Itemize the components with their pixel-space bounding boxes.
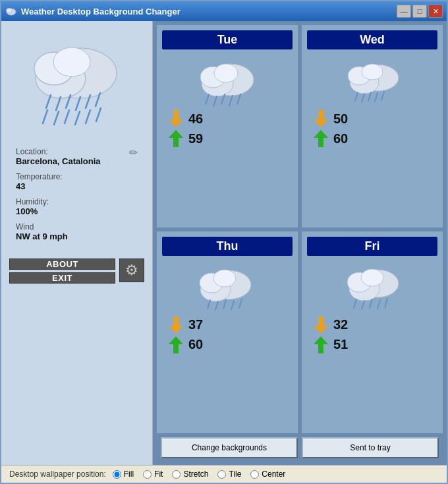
- settings-icon: ⚙: [125, 262, 138, 279]
- svg-line-9: [76, 97, 80, 110]
- humidity-value: 100%: [16, 206, 38, 216]
- high-value-wed: 60: [333, 131, 348, 146]
- svg-line-16: [86, 110, 90, 123]
- svg-marker-68: [314, 336, 328, 344]
- bottom-bar: Desktop wallpaper position: Fill Fit Str…: [1, 465, 447, 483]
- radio-fill-input[interactable]: [113, 470, 121, 479]
- svg-line-64: [378, 300, 380, 309]
- high-temp-row-fri: 51: [314, 336, 431, 353]
- app-icon: [5, 5, 17, 17]
- svg-line-52: [239, 299, 242, 308]
- svg-line-65: [385, 299, 387, 307]
- svg-line-6: [46, 95, 51, 108]
- forecast-grid: Tue: [157, 25, 443, 433]
- high-temp-row-tue: 59: [169, 130, 286, 147]
- svg-line-63: [370, 299, 372, 308]
- low-temp-row-tue: 46: [169, 110, 286, 127]
- radio-fit-input[interactable]: [143, 470, 152, 479]
- button-row: ABOUT EXIT ⚙: [9, 258, 144, 284]
- svg-line-35: [355, 92, 358, 101]
- radio-center[interactable]: Center: [250, 469, 285, 479]
- svg-rect-53: [173, 317, 179, 326]
- high-value-thu: 60: [188, 337, 203, 352]
- svg-line-26: [237, 94, 240, 104]
- maximize-button[interactable]: □: [412, 5, 427, 18]
- radio-stretch-input[interactable]: [172, 470, 181, 479]
- svg-rect-66: [318, 317, 323, 326]
- svg-rect-69: [318, 344, 323, 353]
- low-value-wed: 50: [333, 111, 348, 127]
- svg-line-15: [75, 111, 80, 125]
- temperature-row: Temperature: 43: [16, 171, 138, 191]
- left-panel: Location: ✏ Barcelona, Catalonia Tempera…: [1, 21, 153, 465]
- main-window: Weather Desktop Background Changer — □ ✕: [0, 0, 448, 484]
- radio-fit[interactable]: Fit: [143, 469, 163, 479]
- svg-line-37: [368, 92, 371, 101]
- svg-rect-40: [318, 110, 323, 119]
- settings-button[interactable]: ⚙: [119, 258, 144, 282]
- forecast-temps-fri: 32 51: [307, 317, 437, 353]
- forecast-icon-wed: [339, 55, 405, 107]
- svg-rect-43: [318, 138, 323, 147]
- humidity-label: Humidity:: [16, 197, 49, 206]
- down-arrow-icon-tue: [169, 110, 183, 127]
- down-arrow-icon-thu: [169, 317, 183, 334]
- forecast-icon-tue: [194, 55, 260, 107]
- svg-line-22: [206, 94, 209, 104]
- svg-line-23: [213, 96, 217, 106]
- low-temp-row-wed: 50: [314, 110, 431, 127]
- radio-tile-input[interactable]: [217, 470, 226, 479]
- change-backgrounds-button[interactable]: Change backgrounds: [161, 437, 298, 458]
- high-temp-row-thu: 60: [169, 336, 286, 353]
- radio-fit-label: Fit: [154, 469, 163, 479]
- forecast-day-thu: Thu: [162, 237, 293, 256]
- low-temp-row-thu: 37: [169, 317, 286, 334]
- high-value-tue: 59: [188, 131, 203, 146]
- svg-point-5: [53, 47, 90, 76]
- wallpaper-position-label: Desktop wallpaper position:: [9, 469, 106, 479]
- exit-button[interactable]: EXIT: [9, 272, 115, 284]
- low-value-thu: 37: [188, 317, 203, 332]
- close-button[interactable]: ✕: [428, 5, 443, 18]
- svg-line-38: [375, 93, 378, 102]
- wallpaper-position-group: Fill Fit Stretch Tile Center: [113, 469, 286, 479]
- radio-tile[interactable]: Tile: [217, 469, 241, 479]
- low-temp-row-fri: 32: [314, 317, 431, 334]
- svg-marker-28: [169, 119, 183, 127]
- radio-stretch[interactable]: Stretch: [172, 469, 208, 479]
- high-value-fri: 51: [333, 337, 348, 352]
- wind-row: Wind NW at 9 mph: [16, 222, 138, 241]
- info-section: Location: ✏ Barcelona, Catalonia Tempera…: [9, 141, 144, 252]
- forecast-temps-thu: 37 60: [162, 317, 293, 353]
- about-button[interactable]: ABOUT: [9, 258, 115, 270]
- minimize-button[interactable]: —: [397, 5, 411, 18]
- forecast-cell-fri: Fri: [302, 231, 443, 434]
- svg-line-62: [362, 301, 364, 309]
- right-panel: Tue: [153, 21, 447, 465]
- window-controls: — □ ✕: [397, 5, 443, 18]
- temperature-label: Temperature:: [16, 172, 63, 181]
- down-arrow-icon-wed: [314, 110, 328, 127]
- radio-fill-label: Fill: [124, 469, 134, 479]
- svg-rect-30: [173, 138, 179, 147]
- forecast-day-tue: Tue: [162, 30, 293, 49]
- svg-marker-29: [169, 130, 183, 138]
- main-content: Location: ✏ Barcelona, Catalonia Tempera…: [1, 21, 447, 465]
- edit-icon[interactable]: ✏: [129, 146, 138, 159]
- humidity-row: Humidity: 100%: [16, 197, 138, 216]
- svg-rect-56: [173, 344, 179, 353]
- forecast-temps-wed: 50 60: [307, 110, 437, 147]
- up-arrow-icon-wed: [314, 130, 328, 147]
- svg-line-14: [65, 110, 69, 123]
- temperature-value: 43: [16, 181, 25, 191]
- low-value-fri: 32: [333, 317, 348, 332]
- radio-center-input[interactable]: [250, 470, 259, 479]
- sent-to-tray-button[interactable]: Sent to tray: [302, 437, 439, 458]
- svg-point-34: [362, 64, 383, 80]
- radio-fill[interactable]: Fill: [113, 469, 134, 479]
- svg-line-12: [43, 110, 47, 123]
- svg-line-51: [231, 301, 234, 309]
- svg-marker-42: [314, 130, 328, 138]
- forecast-icon-fri: [339, 261, 405, 314]
- svg-point-60: [361, 269, 383, 286]
